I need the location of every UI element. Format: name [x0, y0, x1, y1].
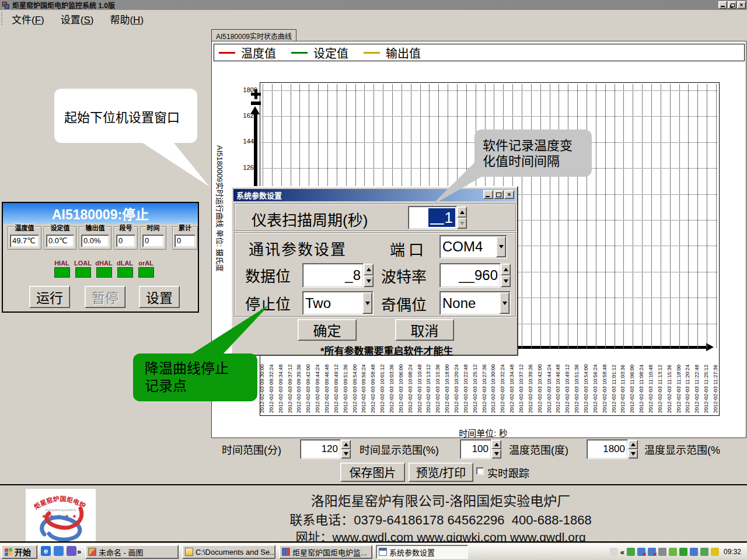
windows-logo-icon — [4, 548, 12, 556]
stop-bits-combobox[interactable]: Two — [302, 291, 374, 315]
spin-up-button[interactable] — [491, 440, 501, 449]
save-image-button[interactable]: 保存图片 — [340, 463, 405, 482]
spin-down-button[interactable] — [628, 449, 638, 459]
temp-range-spinner[interactable]: 1800 — [587, 439, 638, 459]
spin-up-button[interactable] — [364, 264, 374, 275]
menu-item-2[interactable]: 帮助(H) — [104, 13, 149, 27]
time-display-range-label: 时间显示范围(%) — [359, 442, 439, 457]
menu-item-1[interactable]: 设置(S) — [55, 13, 100, 27]
spin-up-button[interactable] — [341, 440, 351, 449]
app-icon — [282, 548, 290, 556]
network-adapter-disabled-icon[interactable]: × — [637, 548, 645, 556]
panel-button-2[interactable]: 设置 — [139, 286, 180, 308]
ie-icon[interactable]: e — [41, 546, 51, 556]
window-title: 炬星窑炉国炬电炉监控系统 1.0版 — [12, 0, 115, 10]
show-desktop-icon[interactable] — [54, 546, 64, 556]
x-axis-unit-note: 时间单位: 秒 — [425, 426, 542, 439]
restore-button[interactable] — [728, 1, 736, 9]
spin-up-button[interactable] — [628, 440, 638, 449]
ok-button[interactable]: 确定 — [298, 319, 357, 341]
security-shield-icon[interactable] — [679, 548, 687, 556]
data-bits-spinner[interactable]: _8 — [302, 263, 374, 288]
close-button[interactable]: × — [737, 1, 746, 9]
window-icon — [379, 548, 387, 556]
spin-up-button[interactable] — [501, 264, 511, 275]
dialog-title: 系统参数设置 — [236, 190, 282, 201]
status-field-value: 0 — [116, 235, 135, 247]
minimize-button[interactable] — [718, 1, 727, 9]
parity-combobox[interactable]: None — [439, 291, 511, 315]
x-tick-label: 2012-02-03 10:10:48 — [417, 354, 423, 413]
performance-monitor-icon[interactable] — [669, 548, 677, 556]
x-tick-label: 2012-02-03 10:46:48 — [555, 354, 561, 413]
scan-period-value[interactable]: 1 — [445, 208, 453, 227]
menu-item-0[interactable]: 文件(F) — [6, 13, 50, 27]
dropdown-button[interactable] — [500, 292, 509, 314]
spin-down-button[interactable] — [341, 449, 351, 459]
wireless-disabled-icon[interactable]: × — [648, 548, 656, 556]
dropdown-button[interactable] — [496, 236, 506, 257]
parity-value: None — [442, 295, 476, 312]
spin-down-button[interactable] — [491, 449, 501, 459]
panel-button-1[interactable]: 暂停 — [85, 286, 125, 308]
status-field-5: 累计0 — [172, 226, 198, 250]
graphics-utility-icon[interactable] — [627, 548, 635, 556]
signal-bars-icon[interactable] — [658, 548, 666, 556]
v-gridline — [596, 84, 596, 348]
parity-label: 奇偶位 — [381, 293, 427, 314]
x-tick-label: 2012-02-03 10:49:12 — [564, 354, 570, 413]
windows-update-icon[interactable] — [711, 548, 719, 556]
time-range-spinner[interactable]: 120 — [300, 439, 351, 459]
scheduler-icon[interactable] — [690, 548, 698, 556]
storage-icon[interactable] — [700, 548, 708, 556]
spin-down-button[interactable] — [364, 275, 374, 287]
scan-period-spinner[interactable]: 1 — [408, 206, 467, 229]
status-field-4: 时间0 — [140, 226, 166, 250]
spin-down-button[interactable] — [501, 275, 511, 287]
x-tick-label: 2012-02-03 10:30:00 — [490, 354, 496, 413]
tab-realtime-curve[interactable]: AI5180009实时状态曲线 — [211, 29, 296, 41]
x-tick-label: 2012-02-03 10:18:00 — [444, 354, 450, 413]
footer-phone: 联系电话：0379-64186178 64562296 400-688-1868 — [193, 509, 689, 528]
spin-down-button[interactable] — [457, 218, 467, 229]
alarm-label-orAL: orAL — [135, 260, 157, 267]
realtime-track-checkbox[interactable] — [476, 467, 484, 475]
dialog-close-button[interactable]: × — [504, 190, 514, 199]
taskbar-task-1[interactable]: C:\Documents and Se... — [182, 545, 275, 559]
x-tick-label: 2012-02-03 10:13:12 — [425, 354, 431, 413]
taskbar-task-3[interactable]: 系统参数设置 — [376, 545, 468, 559]
folder-icon — [185, 548, 193, 556]
media-player-icon[interactable] — [67, 546, 76, 556]
baud-value[interactable]: __960 — [459, 264, 498, 287]
scan-period-label: 仪表扫描周期(秒) — [252, 208, 368, 230]
taskbar-task-2[interactable]: 炬星窑炉国炬电炉监... — [279, 545, 372, 559]
system-tray: «×× 09:32 — [608, 545, 746, 559]
v-gridline — [688, 84, 689, 348]
quick-launch-overflow-chevron[interactable]: » — [77, 547, 81, 556]
x-tick-label: 2012-02-03 09:30:00 — [259, 354, 265, 413]
dropdown-button[interactable] — [362, 292, 372, 314]
window-titlebar: 炬星窑炉国炬电炉监控系统 1.0版 × — [0, 0, 747, 10]
taskbar-task-0[interactable]: 未命名 - 画图 — [85, 545, 179, 559]
data-bits-value[interactable]: _8 — [345, 264, 361, 287]
time-display-value[interactable]: 100 — [472, 440, 488, 459]
keyboard-icon[interactable] — [610, 548, 618, 556]
time-display-spinner[interactable]: 100 — [460, 439, 501, 459]
dialog-maximize-button[interactable] — [494, 190, 504, 199]
temp-range-value[interactable]: 1800 — [603, 440, 625, 459]
time-range-value[interactable]: 120 — [322, 440, 338, 459]
cancel-button[interactable]: 取消 — [395, 319, 454, 341]
panel-button-0[interactable]: 运行 — [29, 286, 70, 308]
status-field-0: 温度值49.7℃ — [8, 226, 41, 250]
menu-bar: 文件(F)设置(S)帮助(H) — [0, 10, 747, 27]
collapse-chevron-icon[interactable]: « — [620, 548, 624, 556]
x-tick-label: 2012-02-03 10:37:12 — [518, 354, 524, 413]
baud-spinner[interactable]: __960 — [439, 263, 511, 288]
port-combobox[interactable]: COM4 — [439, 235, 507, 258]
taskbar-clock[interactable]: 09:32 — [724, 548, 741, 556]
preview-print-button[interactable]: 预览/打印 — [409, 463, 473, 482]
x-tick-label: 2012-02-03 09:54:00 — [352, 354, 358, 413]
status-field-label: 温度值 — [14, 223, 36, 232]
start-button[interactable]: 开始 — [1, 545, 37, 559]
x-tick-label: 2012-02-03 10:34:48 — [509, 354, 515, 413]
